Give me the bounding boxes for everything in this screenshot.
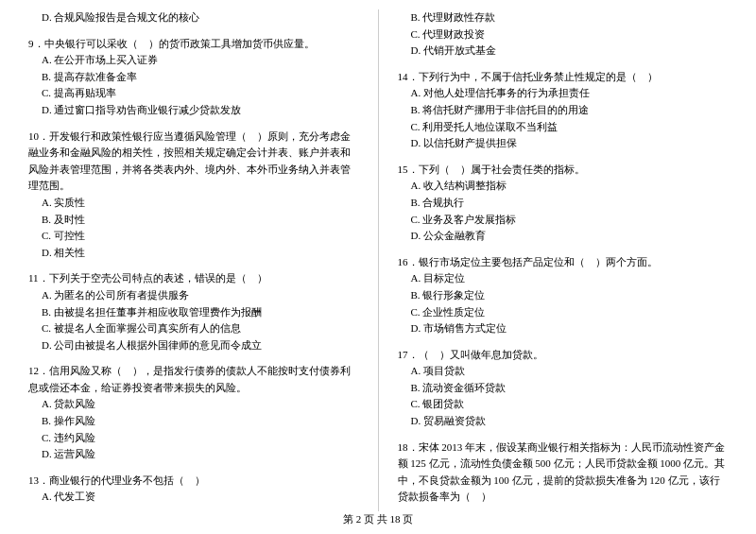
question-11-text: 11．下列关于空壳公司特点的表述，错误的是（ ） [28, 270, 359, 287]
question-13-text: 13．商业银行的代理业务不包括（ ） [28, 473, 359, 490]
q17-option-d: D. 贸易融资贷款 [398, 413, 729, 430]
q11-option-a: A. 为匿名的公司所有者提供服务 [28, 287, 359, 304]
q9-option-a: A. 在公开市场上买入证券 [28, 52, 359, 69]
q16-option-a: A. 目标定位 [398, 270, 729, 287]
q11-option-c: C. 被提名人全面掌握公司真实所有人的信息 [28, 320, 359, 337]
question-13-block: 13．商业银行的代理业务不包括（ ） A. 代发工资 [28, 473, 359, 506]
q14-option-c: C. 利用受托人地位谋取不当利益 [398, 119, 729, 136]
question-12-block: 12．信用风险又称（ ），是指发行债券的债款人不能按时支付债券利息或偿还本金，给… [28, 363, 359, 463]
question-14-block: 14．下列行为中，不属于信托业务禁止性规定的是（ ） A. 对他人处理信托事务的… [398, 69, 729, 152]
q12-option-b: B. 操作风险 [28, 413, 359, 430]
q11-option-d: D. 公司由被提名人根据外国律师的意见而令成立 [28, 337, 359, 354]
question-d-block: D. 合规风险报告是合规文化的核心 [28, 9, 359, 26]
question-15-text: 15．下列（ ）属于社会责任类的指标。 [398, 162, 729, 179]
q17-option-b: B. 流动资金循环贷款 [398, 380, 729, 397]
right-column: B. 代理财政性存款 C. 代理财政投资 D. 代销开放式基金 14．下列行为中… [398, 9, 729, 511]
q14-option-d: D. 以信托财产提供担保 [398, 135, 729, 152]
question-15-block: 15．下列（ ）属于社会责任类的指标。 A. 收入结构调整指标 B. 合规执行 … [398, 162, 729, 245]
question-17-block: 17．（ ）又叫做年息加贷款。 A. 项目贷款 B. 流动资金循环贷款 C. 银… [398, 347, 729, 430]
footer-text: 第 2 页 共 18 页 [343, 513, 413, 525]
q14-option-a: A. 对他人处理信托事务的行为承担责任 [398, 85, 729, 102]
question-16-block: 16．银行市场定位主要包括产品定位和（ ）两个方面。 A. 目标定位 B. 银行… [398, 254, 729, 337]
q15-option-b: B. 合规执行 [398, 195, 729, 212]
question-18-block: 18．宋体 2013 年末，假设某商业银行相关指标为：人民币流动性资产金额 12… [398, 439, 729, 506]
q17-option-c: C. 银团贷款 [398, 396, 729, 413]
q10-option-c: C. 可控性 [28, 228, 359, 245]
q9-option-c: C. 提高再贴现率 [28, 85, 359, 102]
q14-option-b: B. 将信托财产挪用于非信托目的的用途 [398, 102, 729, 119]
page-footer: 第 2 页 共 18 页 [0, 512, 756, 526]
q15-option-d: D. 公众金融教育 [398, 228, 729, 245]
q13-option-a: A. 代发工资 [28, 489, 359, 506]
q9-option-d: D. 通过窗口指导劝告商业银行减少贷款发放 [28, 102, 359, 119]
question-18-text: 18．宋体 2013 年末，假设某商业银行相关指标为：人民币流动性资产金额 12… [398, 439, 729, 506]
page: D. 合规风险报告是合规文化的核心 9．中央银行可以采收（ ）的货币政策工具增加… [0, 0, 756, 534]
content-area: D. 合规风险报告是合规文化的核心 9．中央银行可以采收（ ）的货币政策工具增加… [28, 9, 728, 511]
q17-option-a: A. 项目贷款 [398, 363, 729, 380]
question-12-text: 12．信用风险又称（ ），是指发行债券的债款人不能按时支付债券利息或偿还本金，给… [28, 363, 359, 396]
question-14-text: 14．下列行为中，不属于信托业务禁止性规定的是（ ） [398, 69, 729, 86]
question-11-block: 11．下列关于空壳公司特点的表述，错误的是（ ） A. 为匿名的公司所有者提供服… [28, 270, 359, 353]
left-column: D. 合规风险报告是合规文化的核心 9．中央银行可以采收（ ）的货币政策工具增加… [28, 9, 359, 511]
q16-option-b: B. 银行形象定位 [398, 287, 729, 304]
q12-option-c: C. 违约风险 [28, 430, 359, 447]
q13-option-d: D. 代销开放式基金 [398, 43, 729, 60]
q10-option-a: A. 实质性 [28, 195, 359, 212]
q15-option-a: A. 收入结构调整指标 [398, 178, 729, 195]
q12-option-d: D. 运营风险 [28, 446, 359, 463]
q16-option-c: C. 企业性质定位 [398, 304, 729, 321]
q13-option-b: B. 代理财政性存款 [398, 9, 729, 26]
q10-option-b: B. 及时性 [28, 212, 359, 229]
question-13-right-block: B. 代理财政性存款 C. 代理财政投资 D. 代销开放式基金 [398, 9, 729, 60]
q11-option-b: B. 由被提名担任董事并相应收取管理费作为报酬 [28, 304, 359, 321]
question-10-block: 10．开发银行和政策性银行应当遵循风险管理（ ）原则，充分考虑金融业务和金融风险… [28, 129, 359, 262]
q10-option-d: D. 相关性 [28, 245, 359, 262]
column-divider [378, 9, 379, 511]
question-17-text: 17．（ ）又叫做年息加贷款。 [398, 347, 729, 364]
question-9-block: 9．中央银行可以采收（ ）的货币政策工具增加货币供应量。 A. 在公开市场上买入… [28, 36, 359, 119]
question-10-text: 10．开发银行和政策性银行应当遵循风险管理（ ）原则，充分考虑金融业务和金融风险… [28, 129, 359, 195]
question-16-text: 16．银行市场定位主要包括产品定位和（ ）两个方面。 [398, 254, 729, 271]
q9-option-b: B. 提高存款准备金率 [28, 69, 359, 86]
question-9-text: 9．中央银行可以采收（ ）的货币政策工具增加货币供应量。 [28, 36, 359, 53]
q15-option-c: C. 业务及客户发展指标 [398, 212, 729, 229]
q13-option-c: C. 代理财政投资 [398, 26, 729, 43]
option-d: D. 合规风险报告是合规文化的核心 [28, 9, 359, 26]
q16-option-d: D. 市场销售方式定位 [398, 320, 729, 337]
q12-option-a: A. 贷款风险 [28, 396, 359, 413]
